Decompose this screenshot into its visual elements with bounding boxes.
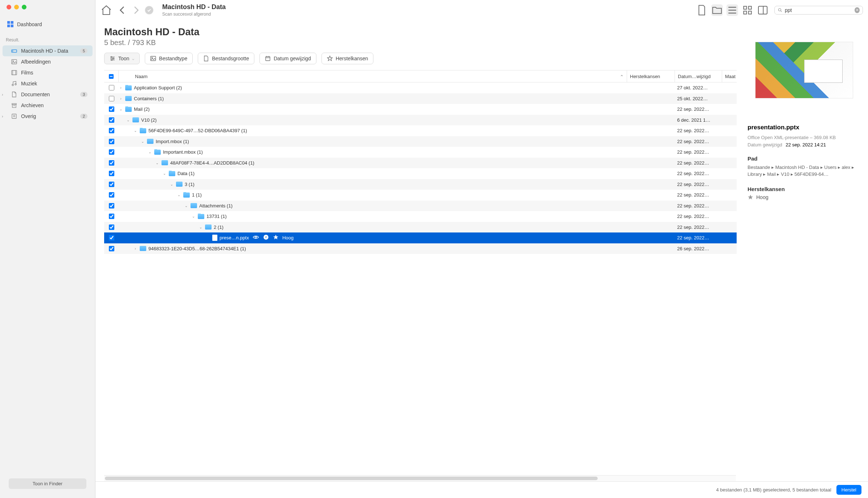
list-view-button[interactable]: [726, 4, 738, 16]
scan-status-icon[interactable]: [145, 6, 153, 15]
chevron-down-icon[interactable]: ⌄: [169, 182, 174, 186]
row-checkbox[interactable]: [104, 224, 119, 230]
table-row[interactable]: ⌄2 (1)22 sep. 2022…: [104, 222, 737, 233]
table-row[interactable]: ⌄1 (1)22 sep. 2022…: [104, 190, 737, 201]
chevron-right-icon: ›: [2, 114, 6, 118]
minimize-window-button[interactable]: [14, 5, 19, 9]
table-row[interactable]: ⌄Important.mbox (1)22 sep. 2022…: [104, 147, 737, 158]
file-view-button[interactable]: [696, 4, 708, 16]
file-name: Mail (2): [134, 106, 150, 112]
fullscreen-window-button[interactable]: [22, 5, 26, 9]
filter-recovery[interactable]: Herstelkansen: [322, 53, 374, 64]
hex-icon[interactable]: #: [263, 234, 269, 242]
sidebar-item-films[interactable]: Films: [3, 67, 93, 78]
star-icon: [327, 56, 333, 61]
name-cell: ⌄2 (1): [119, 224, 675, 230]
search-input[interactable]: [785, 7, 855, 13]
svg-point-12: [15, 84, 16, 85]
chevron-down-icon[interactable]: ⌄: [133, 129, 138, 133]
dashboard-button[interactable]: Dashboard: [0, 18, 95, 30]
chevron-right-icon[interactable]: ›: [119, 97, 123, 101]
table-row[interactable]: ⌄48AF08F7-78E4-4…AD2DDB8AC04 (1)22 sep. …: [104, 158, 737, 169]
row-checkbox[interactable]: [104, 246, 119, 251]
chevron-down-icon[interactable]: ⌄: [148, 150, 152, 154]
table-row[interactable]: ⌄3 (1)22 sep. 2022…: [104, 179, 737, 190]
sidebar-item-images[interactable]: Afbeeldingen: [3, 56, 93, 67]
column-size[interactable]: Maat: [722, 70, 737, 82]
file-name: Application Support (2): [134, 85, 182, 90]
chevron-down-icon[interactable]: ⌄: [191, 214, 196, 218]
date-cell: 27 okt. 2022…: [675, 85, 737, 90]
preview-icon[interactable]: [253, 234, 259, 242]
filter-filetype[interactable]: Bestandtype: [145, 53, 193, 64]
row-checkbox[interactable]: [104, 203, 119, 208]
chevron-down-icon[interactable]: ⌄: [119, 107, 123, 111]
folder-icon: [183, 193, 190, 198]
row-checkbox[interactable]: [104, 139, 119, 144]
chevron-down-icon[interactable]: ⌄: [155, 161, 159, 165]
row-checkbox[interactable]: [104, 128, 119, 133]
chevron-down-icon[interactable]: ⌄: [184, 204, 188, 208]
row-checkbox[interactable]: [104, 85, 119, 90]
folder-icon: [147, 139, 153, 144]
filter-filesize[interactable]: Bestandsgrootte: [198, 53, 254, 64]
chevron-down-icon[interactable]: ⌄: [126, 118, 130, 122]
chevron-right-icon[interactable]: ›: [133, 247, 138, 251]
table-row[interactable]: ⌄Mail (2)22 sep. 2022…: [104, 104, 737, 115]
chevron-down-icon[interactable]: ⌄: [177, 193, 181, 197]
horizontal-scrollbar[interactable]: [104, 475, 736, 481]
sidebar-item-music[interactable]: Muziek: [3, 78, 93, 89]
chevron-down-icon[interactable]: ⌄: [140, 139, 145, 143]
chevron-right-icon[interactable]: ›: [119, 86, 123, 90]
row-checkbox[interactable]: [104, 235, 119, 240]
table-row[interactable]: ⌄Data (1)22 sep. 2022…: [104, 168, 737, 179]
table-row[interactable]: ⌄Attachments (1)22 sep. 2022…: [104, 201, 737, 211]
panel-view-button[interactable]: [757, 4, 769, 16]
scrollbar-thumb[interactable]: [105, 477, 598, 480]
table-row[interactable]: ›Application Support (2)27 okt. 2022…: [104, 82, 737, 93]
search-field[interactable]: ✕: [774, 6, 863, 15]
column-recovery[interactable]: Herstelkansen: [627, 70, 675, 82]
sidebar-item-drive[interactable]: Macintosh HD - Data 5: [3, 45, 93, 56]
row-checkbox[interactable]: [104, 182, 119, 187]
clear-search-button[interactable]: ✕: [855, 7, 860, 13]
recover-button[interactable]: Herstel: [836, 485, 861, 495]
select-all-checkbox[interactable]: [104, 70, 119, 82]
chevron-down-icon: ⌵: [132, 57, 134, 61]
table-row[interactable]: ⌄13731 (1)22 sep. 2022…: [104, 211, 737, 222]
show-in-finder-button[interactable]: Toon in Finder: [9, 478, 86, 489]
row-checkbox[interactable]: [104, 106, 119, 112]
date-cell: 22 sep. 2022…: [675, 106, 737, 112]
row-checkbox[interactable]: [104, 192, 119, 198]
filter-date[interactable]: Datum gewijzigd: [259, 53, 316, 64]
file-name: 48AF08F7-78E4-4…AD2DDB8AC04 (1): [170, 160, 254, 166]
sidebar-item-other[interactable]: › Overig 2: [3, 111, 93, 122]
name-cell: ⌄3 (1): [119, 182, 675, 187]
folder-view-button[interactable]: [711, 4, 723, 16]
column-name[interactable]: Naam: [119, 70, 627, 82]
sidebar-item-archives[interactable]: Archieven: [3, 100, 93, 111]
table-row[interactable]: ›Containers (1)25 okt. 2022…: [104, 93, 737, 104]
row-checkbox[interactable]: [104, 117, 119, 123]
grid-view-button[interactable]: [742, 4, 753, 16]
row-checkbox[interactable]: [104, 96, 119, 101]
chevron-down-icon[interactable]: ⌄: [198, 225, 203, 229]
svg-rect-26: [749, 11, 752, 14]
sidebar-item-documents[interactable]: › Documenten 3: [3, 89, 93, 100]
row-checkbox[interactable]: [104, 171, 119, 176]
row-checkbox[interactable]: [104, 160, 119, 166]
back-button[interactable]: [116, 4, 128, 16]
chevron-down-icon[interactable]: ⌄: [162, 171, 167, 175]
column-date[interactable]: Datum…wijzigd: [675, 70, 722, 82]
filter-toon[interactable]: Toon ⌵: [104, 53, 140, 64]
row-checkbox[interactable]: [104, 149, 119, 155]
table-row[interactable]: ⌄V10 (2)6 dec. 2021 1…: [104, 115, 737, 126]
table-row[interactable]: ⌄Import.mbox (1)22 sep. 2022…: [104, 136, 737, 147]
table-row[interactable]: prese…n.pptx#Hoog22 sep. 2022…: [104, 232, 737, 243]
row-checkbox[interactable]: [104, 214, 119, 219]
home-button[interactable]: [101, 4, 112, 16]
table-row[interactable]: ›94683323-1E20-43D5…68-262B547434E1 (1)2…: [104, 243, 737, 254]
table-row[interactable]: ⌄56F4DE99-649C-497…52-DBD06ABA4397 (1)22…: [104, 125, 737, 136]
close-window-button[interactable]: [7, 5, 11, 9]
forward-button[interactable]: [130, 4, 142, 16]
